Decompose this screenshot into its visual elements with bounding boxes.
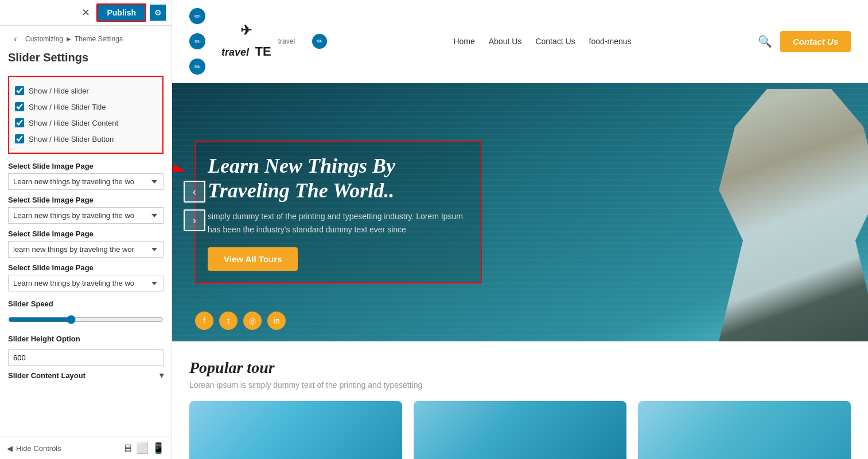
show-hide-title-checkbox[interactable] bbox=[15, 102, 24, 111]
view-all-tours-button[interactable]: View All Tours bbox=[208, 247, 298, 271]
slider-speed-range-container bbox=[8, 313, 164, 329]
top-bar: ✕ Publish ⚙ bbox=[0, 0, 172, 26]
edit-pencil-1[interactable]: ✏ bbox=[189, 8, 205, 24]
tour-card-1 bbox=[189, 401, 402, 459]
slide-select-3[interactable]: Learn new things by traveling the wo bbox=[8, 275, 164, 291]
red-arrow-indicator bbox=[172, 148, 190, 177]
slide-select-0-group: Select Slide Image Page Learn new things… bbox=[8, 162, 164, 190]
hero-section: ‹ › Learn New Things By Traveling The Wo… bbox=[172, 83, 868, 341]
checkbox-item-3: Show / Hide Slider Button bbox=[15, 131, 157, 147]
nav-food[interactable]: food-menus bbox=[589, 37, 632, 46]
slider-height-input[interactable] bbox=[8, 349, 164, 366]
gear-button[interactable]: ⚙ bbox=[150, 5, 166, 21]
site-header: ✏ ✏ ✏ ✈ travel TE travel ✏ bbox=[172, 0, 868, 83]
tablet-button[interactable]: ⬜ bbox=[136, 442, 149, 454]
nav-home[interactable]: Home bbox=[453, 37, 474, 46]
instagram-icon[interactable]: ◎ bbox=[243, 312, 262, 330]
website-preview: ✏ ✏ ✏ ✈ travel TE travel ✏ bbox=[172, 0, 868, 459]
chevron-down-icon: ▾ bbox=[159, 371, 164, 380]
slide-select-0[interactable]: Learn new things by traveling the wo bbox=[8, 173, 164, 190]
slide-select-2-label: Select Slide Image Page bbox=[8, 230, 164, 238]
contact-us-button[interactable]: Contact Us bbox=[780, 31, 851, 52]
breadcrumb-arrow: ► bbox=[65, 35, 72, 43]
show-hide-button-checkbox[interactable] bbox=[15, 134, 24, 143]
slide-select-1-label: Select Slide Image Page bbox=[8, 196, 164, 204]
breadcrumb-customizing: Customizing bbox=[25, 35, 63, 43]
slider-title: Learn New Things By Traveling The World.… bbox=[208, 154, 469, 203]
slider-content: simply dummy text of the printing and ty… bbox=[208, 210, 469, 236]
hide-controls-button[interactable]: ◀ Hide Controls bbox=[7, 444, 61, 453]
slide-select-1-group: Select Slide Image Page Learn new things… bbox=[8, 196, 164, 224]
twitter-icon[interactable]: t bbox=[219, 312, 238, 330]
slider-content-layout-label: Slider Content Layout bbox=[8, 371, 85, 380]
facebook-icon[interactable]: f bbox=[195, 312, 213, 330]
tour-card-3 bbox=[638, 401, 851, 459]
logo-label: travel bbox=[278, 37, 295, 45]
show-hide-slider-label: Show / Hide slider bbox=[29, 87, 89, 95]
popular-subtitle: Lorean ipsum is simply dummy text of the… bbox=[189, 380, 851, 390]
slider-speed-label: Slider Speed bbox=[8, 299, 164, 308]
show-hide-button-label: Show / Hide Slider Button bbox=[29, 135, 114, 143]
panel-title: Slider Settings bbox=[0, 49, 172, 70]
close-button[interactable]: ✕ bbox=[78, 5, 93, 20]
logo-travel-text: travel bbox=[221, 46, 249, 58]
slide-select-2[interactable]: learn new things by traveling the wor bbox=[8, 241, 164, 258]
checkbox-item-1: Show / Hide Slider Title bbox=[15, 99, 157, 115]
show-hide-slider-checkbox[interactable] bbox=[15, 86, 24, 95]
checkbox-item-0: Show / Hide slider bbox=[15, 83, 157, 99]
person-silhouette bbox=[719, 89, 868, 341]
panel-scroll: Show / Hide slider Show / Hide Slider Ti… bbox=[0, 70, 172, 437]
right-panel: ✏ ✏ ✏ ✈ travel TE travel ✏ bbox=[172, 0, 868, 459]
mobile-button[interactable]: 📱 bbox=[152, 442, 165, 454]
slide-select-2-group: Select Slide Image Page learn new things… bbox=[8, 230, 164, 258]
checkbox-item-2: Show / Hide Slider Content bbox=[15, 115, 157, 131]
back-button[interactable]: ‹ bbox=[8, 32, 23, 46]
slide-select-3-label: Select Slide Image Page bbox=[8, 263, 164, 272]
edit-pencil-3[interactable]: ✏ bbox=[189, 59, 205, 75]
slider-speed-range[interactable] bbox=[8, 315, 164, 324]
tour-cards bbox=[189, 401, 851, 459]
hide-controls-label: Hide Controls bbox=[16, 444, 61, 453]
checkbox-section: Show / Hide slider Show / Hide Slider Ti… bbox=[8, 76, 164, 154]
tour-card-2 bbox=[414, 401, 626, 459]
slider-next-button[interactable]: › bbox=[184, 209, 205, 231]
breadcrumb-theme-settings: Theme Settings bbox=[75, 35, 123, 43]
slide-select-0-label: Select Slide Image Page bbox=[8, 162, 164, 170]
slider-prev-button[interactable]: ‹ bbox=[184, 181, 205, 203]
logo-arrow-icon: ✈ bbox=[221, 24, 271, 37]
bottom-bar: ◀ Hide Controls 🖥 ⬜ 📱 bbox=[0, 437, 172, 459]
slider-content-box: Learn New Things By Traveling The World.… bbox=[195, 141, 482, 283]
hero-person-area bbox=[667, 83, 868, 341]
show-hide-content-checkbox[interactable] bbox=[15, 118, 24, 127]
show-hide-content-label: Show / Hide Slider Content bbox=[29, 119, 118, 127]
svg-line-1 bbox=[172, 154, 185, 171]
slider-content-layout-row[interactable]: Slider Content Layout ▾ bbox=[8, 366, 164, 384]
logo-area: ✈ travel TE travel bbox=[221, 24, 295, 59]
slider-height-label: Slider Height Option bbox=[8, 334, 164, 343]
nav-about[interactable]: About Us bbox=[489, 37, 522, 46]
nav-contact[interactable]: Contact Us bbox=[535, 37, 575, 46]
social-icons: f t ◎ in bbox=[195, 312, 286, 330]
slide-select-1[interactable]: Learn new things by traveling the wo bbox=[8, 207, 164, 224]
header-right: 🔍 Contact Us bbox=[758, 31, 851, 52]
left-panel: ✕ Publish ⚙ ‹ Customizing ► Theme Settin… bbox=[0, 0, 172, 459]
search-button[interactable]: 🔍 bbox=[758, 34, 772, 48]
monitor-button[interactable]: 🖥 bbox=[122, 442, 133, 454]
device-buttons: 🖥 ⬜ 📱 bbox=[122, 442, 165, 454]
publish-button[interactable]: Publish bbox=[96, 3, 146, 22]
popular-title: Popular tour bbox=[189, 359, 851, 377]
logo-te-text: TE bbox=[255, 44, 271, 59]
edit-pencil-2[interactable]: ✏ bbox=[189, 33, 205, 49]
left-arrow-icon: ◀ bbox=[7, 444, 13, 453]
breadcrumb-area: ‹ Customizing ► Theme Settings bbox=[0, 26, 172, 49]
popular-section: Popular tour Lorean ipsum is simply dumm… bbox=[172, 341, 868, 459]
slide-select-3-group: Select Slide Image Page Learn new things… bbox=[8, 263, 164, 291]
nav-edit-pencil[interactable]: ✏ bbox=[312, 34, 327, 49]
site-nav: Home About Us Contact Us food-menus bbox=[338, 37, 746, 46]
show-hide-title-label: Show / Hide Slider Title bbox=[29, 103, 106, 111]
linkedin-icon[interactable]: in bbox=[267, 312, 286, 330]
